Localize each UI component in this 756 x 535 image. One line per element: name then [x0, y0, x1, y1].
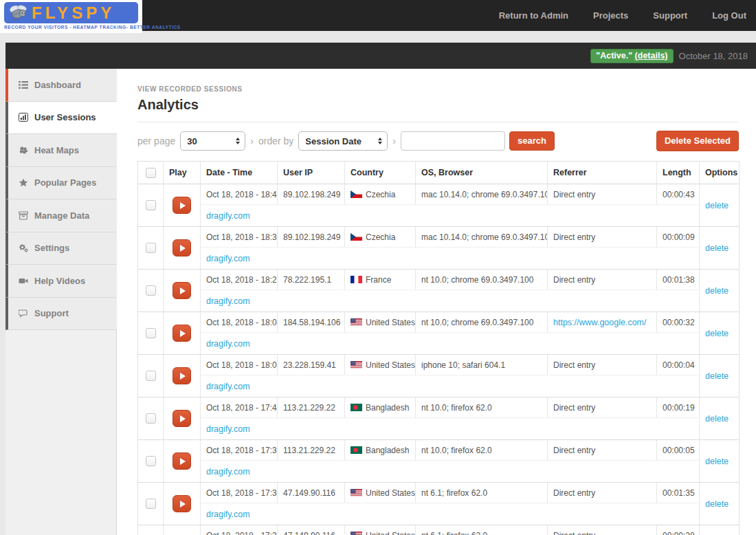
session-ip: 113.21.229.22 — [277, 440, 344, 461]
play-button[interactable] — [173, 325, 191, 342]
header-date-time: Date - Time — [200, 162, 277, 184]
row-play-cell — [163, 525, 200, 535]
delete-link[interactable]: delete — [705, 371, 729, 381]
row-checkbox[interactable] — [146, 371, 156, 381]
country-flag-icon-bd — [351, 446, 362, 454]
session-referrer: Direct entry — [547, 440, 656, 461]
row-checkbox[interactable] — [146, 456, 156, 466]
site-link[interactable]: dragify.com — [206, 211, 250, 221]
site-link[interactable]: dragify.com — [206, 254, 250, 263]
row-checkbox-cell — [138, 270, 163, 312]
delete-selected-button[interactable]: Delete Selected — [656, 131, 739, 151]
sidebar-item-dashboard[interactable]: Dashboard — [5, 69, 117, 102]
video-icon — [18, 276, 28, 285]
brand-name: FLYSPY — [32, 5, 115, 21]
sidebar-item-settings[interactable]: Settings — [5, 232, 117, 265]
session-options-cell: delete — [699, 312, 740, 354]
sidebar-item-popular-pages[interactable]: Popular Pages — [5, 167, 117, 200]
row-checkbox[interactable] — [146, 285, 156, 296]
logo-panel[interactable]: FLYSPY RECORD YOUR VISITORS - HEATMAP TR… — [0, 0, 142, 33]
play-button[interactable] — [173, 197, 191, 214]
session-referrer: Direct entry — [547, 355, 656, 375]
sidebar-item-support[interactable]: Support — [5, 298, 117, 331]
country-flag-icon-us — [351, 532, 362, 535]
delete-link[interactable]: delete — [705, 457, 729, 466]
session-ip: 184.58.194.106 — [277, 312, 344, 333]
per-page-value: 30 — [187, 136, 197, 146]
row-checkbox[interactable] — [146, 499, 156, 509]
session-site-cell: dragify.com — [200, 461, 699, 482]
sidebar-item-help-videos[interactable]: Help Videos — [5, 265, 117, 298]
table-header: Play Date - Time User IP Country OS, Bro… — [138, 162, 739, 184]
session-os-browser: nt 10.0; chrome 69.0.3497.100 — [415, 312, 547, 333]
header-country: Country — [344, 162, 415, 184]
session-options-cell: delete — [699, 483, 740, 525]
session-length: 00:00:09 — [656, 227, 699, 248]
session-length: 00:01:38 — [656, 270, 699, 290]
section-eyebrow: VIEW RECORDED SESSIONS — [137, 85, 739, 93]
table-body: Oct 18, 2018 - 18:40 89.102.198.249 Czec… — [138, 184, 739, 535]
row-play-cell — [163, 355, 200, 397]
search-button[interactable]: search — [509, 131, 555, 151]
top-nav-link[interactable]: Projects — [593, 10, 628, 21]
dashboard-icon — [18, 80, 28, 89]
top-nav-link[interactable]: Return to Admin — [499, 10, 568, 21]
sidebar-item-manage-data[interactable]: Manage Data — [5, 199, 117, 232]
select-all-cell — [138, 162, 163, 184]
session-country: United States — [344, 312, 415, 333]
play-button[interactable] — [173, 282, 191, 299]
play-button[interactable] — [173, 239, 191, 256]
site-link[interactable]: dragify.com — [206, 510, 250, 519]
status-badge[interactable]: "Active." (details) — [590, 49, 673, 63]
row-checkbox[interactable] — [146, 328, 156, 338]
row-checkbox[interactable] — [146, 200, 156, 210]
select-all-checkbox[interactable] — [146, 168, 156, 178]
table-row: Oct 18, 2018 - 17:36 47.149.90.116 Unite… — [138, 483, 739, 525]
play-button[interactable] — [173, 452, 191, 470]
top-nav-link[interactable]: Support — [653, 10, 687, 21]
sidebar-item-heat-maps[interactable]: Heat Maps — [5, 134, 117, 167]
row-checkbox[interactable] — [146, 413, 156, 424]
row-checkbox[interactable] — [146, 243, 156, 253]
top-nav: Return to Admin Projects Support Log Out — [499, 0, 746, 31]
site-link[interactable]: dragify.com — [206, 339, 250, 349]
status-details-link[interactable]: (details) — [635, 51, 668, 61]
per-page-select[interactable]: 30 — [180, 131, 245, 151]
session-length: 00:00:28 — [656, 525, 699, 535]
site-link[interactable]: dragify.com — [206, 382, 250, 391]
table-row: Oct 18, 2018 - 17:32 47.149.90.116 Unite… — [138, 525, 739, 535]
delete-link[interactable]: delete — [705, 329, 729, 338]
session-length: 00:01:35 — [656, 483, 699, 503]
play-button[interactable] — [173, 367, 191, 384]
search-input[interactable] — [401, 131, 505, 151]
play-button[interactable] — [173, 410, 191, 427]
delete-link[interactable]: delete — [705, 286, 729, 296]
sidebar: Dashboard User Sessions Heat Maps Popula… — [5, 69, 117, 535]
referrer-link[interactable]: https://www.google.com/ — [553, 318, 646, 327]
session-os-browser: iphone 10; safari 604.1 — [415, 355, 547, 375]
select-arrows-icon — [236, 138, 240, 144]
site-link[interactable]: dragify.com — [206, 296, 250, 306]
header-options: Options — [699, 162, 740, 184]
row-play-cell — [163, 270, 200, 312]
session-options-cell: delete — [699, 227, 740, 269]
status-date: October 18, 2018 — [679, 51, 748, 61]
site-link[interactable]: dragify.com — [206, 467, 250, 477]
table-row: Oct 18, 2018 - 18:37 89.102.198.249 Czec… — [138, 227, 739, 270]
site-link[interactable]: dragify.com — [206, 424, 250, 434]
sidebar-item-label: Popular Pages — [34, 177, 96, 188]
top-nav-link[interactable]: Log Out — [712, 10, 746, 21]
play-button[interactable] — [173, 495, 191, 512]
delete-link[interactable]: delete — [705, 201, 729, 210]
session-os-browser: nt 10.0; firefox 62.0 — [415, 440, 547, 461]
session-country: Bangladesh — [344, 440, 415, 461]
play-icon — [180, 501, 186, 507]
session-os-browser: mac 10.14.0; chrome 69.0.3497.100 — [415, 184, 547, 205]
order-by-select[interactable]: Session Date — [298, 131, 388, 151]
sidebar-item-user-sessions[interactable]: User Sessions — [5, 102, 117, 135]
delete-link[interactable]: delete — [705, 499, 729, 509]
delete-link[interactable]: delete — [705, 243, 729, 253]
session-referrer: Direct entry — [547, 227, 656, 248]
delete-link[interactable]: delete — [705, 414, 729, 424]
table-row: Oct 18, 2018 - 18:28 78.222.195.1 France… — [138, 270, 739, 312]
